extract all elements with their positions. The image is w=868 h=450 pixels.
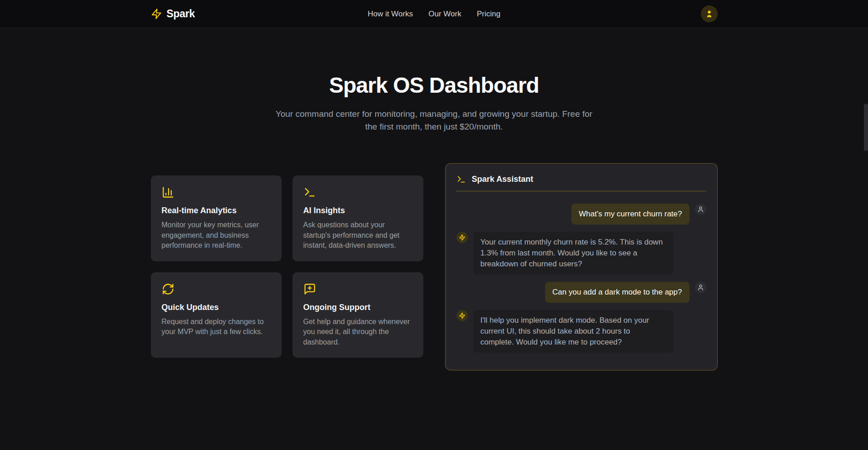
- chat-message-user: Can you add a dark mode to the app?: [456, 282, 706, 303]
- nav-link-how-it-works[interactable]: How it Works: [367, 10, 413, 19]
- feature-title: Ongoing Support: [303, 301, 412, 313]
- chat-message-user: What's my current churn rate?: [456, 204, 706, 225]
- zap-icon: [459, 312, 466, 319]
- chat-message-assistant: Your current monthly churn rate is 5.2%.…: [456, 232, 706, 275]
- feature-title: Real-time Analytics: [162, 205, 271, 216]
- message-bubble: Your current monthly churn rate is 5.2%.…: [473, 232, 673, 275]
- account-button[interactable]: [701, 5, 718, 22]
- feature-title: Quick Updates: [162, 301, 271, 313]
- nav-link-pricing[interactable]: Pricing: [477, 10, 501, 19]
- spark-avatar: [456, 232, 468, 243]
- navbar-inner: Spark How it Works Our Work Pricing: [144, 0, 725, 28]
- terminal-icon: [303, 186, 412, 199]
- chat-header: Spark Assistant: [456, 175, 706, 184]
- content-grid: Real-time Analytics Monitor your key met…: [144, 163, 725, 370]
- terminal-icon: [456, 175, 466, 184]
- user-avatar: [695, 204, 706, 215]
- main-nav: How it Works Our Work Pricing: [367, 10, 500, 19]
- navbar-right: [501, 5, 718, 22]
- feature-description: Monitor your key metrics, user engagemen…: [162, 220, 271, 251]
- feature-description: Get help and guidance whenever you need …: [303, 317, 412, 348]
- user-icon: [697, 284, 704, 291]
- message-bubble: What's my current churn rate?: [571, 204, 689, 225]
- zap-icon: [459, 234, 466, 241]
- brand-name: Spark: [167, 8, 195, 20]
- feature-card-ai-insights: AI Insights Ask questions about your sta…: [293, 175, 423, 261]
- hero-subtitle: Your command center for monitoring, mana…: [0, 108, 868, 133]
- nav-link-our-work[interactable]: Our Work: [428, 10, 461, 19]
- spark-avatar: [456, 310, 468, 321]
- user-icon: [705, 10, 714, 18]
- page-title: Spark OS Dashboard: [0, 72, 868, 99]
- message-bubble: Can you add a dark mode to the app?: [545, 282, 689, 303]
- chat-messages: What's my current churn rate? Your curre…: [456, 204, 706, 353]
- hero-section: Spark OS Dashboard Your command center f…: [0, 28, 868, 133]
- feature-card-ongoing-support: Ongoing Support Get help and guidance wh…: [293, 272, 423, 358]
- feature-description: Ask questions about your startup's perfo…: [303, 220, 412, 251]
- bar-chart-icon: [162, 186, 271, 199]
- brand[interactable]: Spark: [151, 8, 368, 20]
- feature-card-real-time-analytics: Real-time Analytics Monitor your key met…: [151, 175, 282, 261]
- message-square-plus-icon: [303, 283, 412, 295]
- refresh-icon: [162, 283, 271, 295]
- feature-description: Request and deploy changes to your MVP w…: [162, 317, 271, 337]
- chat-divider: [456, 191, 706, 191]
- hero-subtitle-line1: Your command center for monitoring, mana…: [0, 108, 868, 120]
- user-icon: [697, 206, 704, 213]
- feature-card-quick-updates: Quick Updates Request and deploy changes…: [151, 272, 282, 358]
- main-content: Spark OS Dashboard Your command center f…: [0, 28, 868, 370]
- spark-logo-zap-icon: [151, 8, 162, 20]
- message-bubble: I'll help you implement dark mode. Based…: [473, 310, 673, 353]
- user-avatar: [695, 282, 706, 293]
- hero-subtitle-line2: the first month, then just $20/month.: [0, 120, 868, 133]
- feature-title: AI Insights: [303, 205, 412, 216]
- navbar: Spark How it Works Our Work Pricing: [0, 0, 868, 28]
- scrollbar[interactable]: [864, 104, 868, 151]
- spark-assistant-panel: Spark Assistant What's my current churn …: [445, 163, 718, 370]
- chat-message-assistant: I'll help you implement dark mode. Based…: [456, 310, 706, 353]
- chat-panel-title: Spark Assistant: [472, 175, 533, 184]
- features-grid: Real-time Analytics Monitor your key met…: [151, 175, 423, 358]
